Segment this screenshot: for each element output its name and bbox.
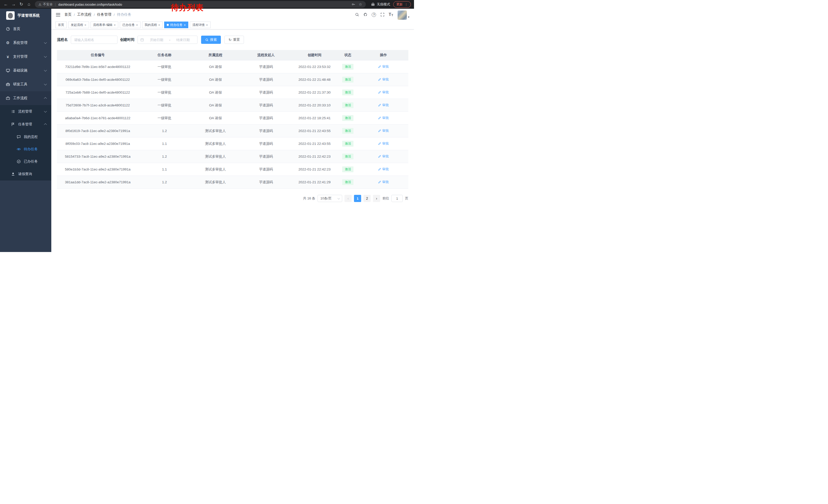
close-icon[interactable]: × [158,23,160,27]
page-size-select[interactable]: 10条/页 [318,195,342,202]
flag-icon [11,122,15,126]
home-button[interactable]: ⌂ [25,0,33,9]
sidebar-item-infra[interactable]: 基础设施 [0,63,51,78]
cell-task-name: 1.1 [138,137,191,150]
help-icon[interactable]: ? [370,9,378,20]
sidebar-item-todo-task[interactable]: 待办任务 [0,143,51,155]
bookmark-star-icon[interactable]: ☆ [359,2,362,7]
tab-done-task[interactable]: 已办任务 × [120,21,140,28]
monitor-icon [6,68,10,73]
close-icon[interactable]: × [114,23,116,27]
date-range-picker[interactable]: - [137,36,198,44]
browser-menu-icon[interactable]: ⋮ [405,3,408,6]
close-icon[interactable]: × [206,23,208,27]
tab-todo-task[interactable]: 待办任务 × [164,21,188,28]
prev-page-button[interactable]: ‹ [344,195,352,202]
close-icon[interactable]: × [84,23,86,27]
tab-my-process[interactable]: 我的流程 × [142,21,163,28]
goto-page-input[interactable] [391,195,403,202]
sidebar-item-payment[interactable]: ¥ 支付管理 [0,50,51,63]
tab-label: 发起流程 [71,23,83,27]
cell-action: 审批 [358,150,408,163]
approve-button[interactable]: 审批 [378,64,389,69]
tab-start-process[interactable]: 发起流程 × [68,21,89,28]
font-size-icon[interactable]: TT [386,9,395,20]
next-page-button[interactable]: › [373,195,380,202]
avatar-caret-icon[interactable]: ▾ [408,15,409,19]
process-name-input[interactable] [71,36,118,44]
sidebar-item-home[interactable]: 首页 [0,22,51,36]
sidebar-item-workflow[interactable]: 工作流程 [0,91,51,105]
tab-process-detail[interactable]: 流程详情 × [190,21,211,28]
approve-button[interactable]: 审批 [378,103,389,107]
table-row: 75d72608-7b7f-11ec-a3c8-acde48001122 一级审… [57,99,408,112]
breadcrumb-home[interactable]: 首页 [65,12,72,17]
search-button[interactable]: 搜索 [201,36,221,44]
reload-button[interactable]: ↻ [17,0,25,9]
approve-button[interactable]: 审批 [378,116,389,120]
back-button[interactable]: ← [2,0,10,9]
close-icon[interactable]: × [136,23,138,27]
sidebar-toggle-icon[interactable] [56,13,60,16]
cell-created: 2022-01-22 21:48:48 [292,73,337,86]
cell-process: 测试多审批人 [191,150,241,163]
fullscreen-icon[interactable] [378,9,386,20]
cell-status: 激活 [337,150,358,163]
edit-icon [378,65,381,68]
sidebar-item-process-mgmt[interactable]: 流程管理 [0,105,51,118]
page-button-1[interactable]: 1 [354,195,361,202]
cell-initiator: 芋道源码 [240,163,292,176]
col-task-name: 任务名称 [138,50,191,60]
cell-task-id: 8f0d1619-7ac8-11ec-a9e2-a2380e71991a [57,125,138,137]
chevron-down-icon [44,84,46,86]
edit-icon [378,78,381,81]
forward-button[interactable]: → [10,0,17,9]
approve-button[interactable]: 审批 [378,154,389,159]
update-button[interactable]: 更新 ⋮ [393,1,411,8]
sidebar-item-done-task[interactable]: 已办任务 [0,155,51,168]
tab-home[interactable]: 首页 [55,21,67,28]
sidebar-item-task-mgmt[interactable]: 任务管理 [0,118,51,131]
app-logo[interactable]: 芋道管理系统 [0,9,51,22]
password-key-icon[interactable] [352,3,355,6]
approve-button[interactable]: 审批 [378,129,389,133]
page-size-value: 10条/页 [320,196,332,201]
sidebar-item-system[interactable]: ⚙ 系统管理 [0,36,51,50]
page-button-2[interactable]: 2 [364,195,371,202]
status-badge: 激活 [342,179,354,185]
reset-button[interactable]: ↻ 重置 [224,36,244,44]
sidebar-item-leave-query[interactable]: 请假查询 [0,168,51,180]
approve-button[interactable]: 审批 [378,141,389,146]
github-icon[interactable] [361,9,370,20]
table-row: 8f059c03-7ac8-11ec-a9e2-a2380e71991a 1.1… [57,137,408,150]
table-row: 58154733-7ac8-11ec-a9e2-a2380e71991a 1.2… [57,150,408,163]
approve-button[interactable]: 审批 [378,167,389,172]
start-date-input[interactable] [145,38,168,42]
col-task-id: 任务编号 [57,50,138,60]
search-icon[interactable] [353,9,361,20]
address-bar[interactable]: ⚠ 不安全 | dashboard.yudao.iocoder.cn/bpm/t… [35,1,366,8]
sidebar-item-label: 工作流程 [13,96,28,100]
tab-form-edit[interactable]: 流程表单-编辑 × [90,21,119,28]
chevron-down-icon [44,57,46,59]
chevron-down-icon [44,111,46,113]
table-row: 069c6a63-7b8a-11ec-8ef0-acde48001122 一级审… [57,73,408,86]
end-date-input[interactable] [171,38,195,42]
cell-status: 激活 [337,86,358,99]
approve-button[interactable]: 审批 [378,180,389,184]
cell-task-name: 1.2 [138,176,191,189]
search-button-label: 搜索 [210,37,217,42]
cell-created: 2022-01-21 22:41:29 [292,176,337,189]
sidebar-item-my-process[interactable]: 我的流程 [0,131,51,143]
sidebar-item-devtools[interactable]: 研发工具 [0,78,51,91]
close-icon[interactable]: × [184,23,186,27]
user-avatar[interactable] [398,10,407,20]
approve-button[interactable]: 审批 [378,77,389,82]
cell-task-id: 381aa1dd-7ac8-11ec-a9e2-a2380e71991a [57,176,138,189]
breadcrumb-workflow[interactable]: 工作流程 [77,12,92,17]
pagination-total: 共 16 条 [303,196,315,201]
incognito-badge: 无痕模式 [371,2,390,7]
breadcrumb-task-mgmt[interactable]: 任务管理 [97,12,111,17]
toolbox-icon [6,82,10,86]
approve-button[interactable]: 审批 [378,90,389,95]
